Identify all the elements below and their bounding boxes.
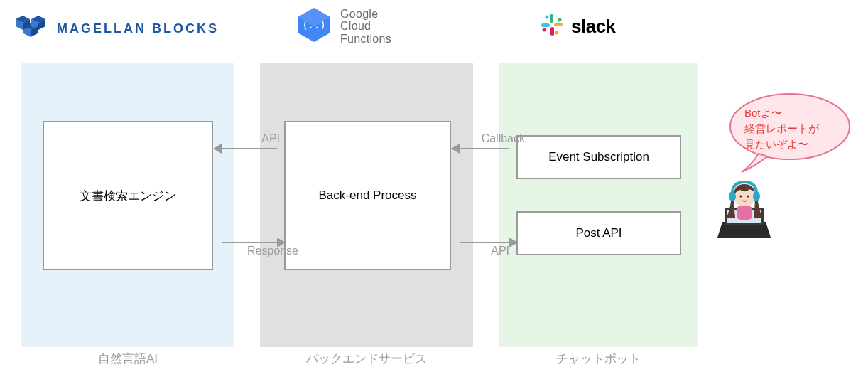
box-document-search-engine: 文書検索エンジン xyxy=(43,121,213,270)
svg-rect-28 xyxy=(737,206,752,220)
box-event-subscription: Event Subscription xyxy=(516,135,681,179)
slack-icon xyxy=(540,13,564,40)
svg-point-25 xyxy=(753,191,760,201)
gcf-icon: (..) xyxy=(295,6,333,47)
gcf-line3: Functions xyxy=(340,33,391,45)
slack-logo-text: slack xyxy=(571,16,616,38)
gcf-line1: Google xyxy=(340,8,378,20)
arrow-api-to-search: API xyxy=(222,148,277,149)
arrow-right-icon xyxy=(509,238,518,247)
speech-bubble: Botよ〜 経営レポートが 見たいぞよ〜 xyxy=(723,91,852,176)
svg-point-24 xyxy=(729,191,736,201)
arrow-api-to-post: API xyxy=(460,242,509,243)
svg-rect-14 xyxy=(550,27,554,36)
svg-point-18 xyxy=(555,31,559,35)
speech-line3: 見たいぞよ〜 xyxy=(744,138,808,150)
slack-logo: slack xyxy=(540,13,616,40)
svg-text:(..): (..) xyxy=(302,19,326,31)
user-avatar-icon xyxy=(710,181,778,245)
svg-rect-15 xyxy=(541,23,550,27)
column-nlp-label: 自然言語AI xyxy=(21,351,234,367)
svg-point-26 xyxy=(739,195,742,197)
magellan-logo-text: MAGELLAN BLOCKS xyxy=(57,21,219,36)
svg-rect-13 xyxy=(554,23,563,26)
arrow-left-icon xyxy=(451,144,460,154)
magellan-cubes-icon xyxy=(14,13,50,44)
svg-point-17 xyxy=(558,18,562,22)
svg-point-16 xyxy=(546,16,549,19)
magellan-logo: MAGELLAN BLOCKS xyxy=(14,13,219,44)
arrow-callback: Callback xyxy=(460,148,509,149)
arrow-response: Response xyxy=(222,242,277,243)
arrow-left-icon xyxy=(213,144,222,154)
gcf-logo-text: Google Cloud Functions xyxy=(340,8,391,46)
column-backend-label: バックエンドサービス xyxy=(260,351,473,367)
speech-line2: 経営レポートが xyxy=(744,122,819,134)
svg-point-19 xyxy=(543,28,546,32)
column-chatbot-label: チャットボット xyxy=(499,351,698,367)
logo-row: MAGELLAN BLOCKS (..) Google Cloud Functi… xyxy=(0,6,868,55)
box-backend-process: Back-end Process xyxy=(284,121,451,270)
arrow-api-label: API xyxy=(261,132,280,145)
arrow-api2-label: API xyxy=(491,245,509,257)
arrow-callback-label: Callback xyxy=(482,132,525,145)
speech-line1: Botよ〜 xyxy=(744,107,782,119)
speech-bubble-text: Botよ〜 経営レポートが 見たいぞよ〜 xyxy=(744,105,819,151)
svg-rect-12 xyxy=(550,14,553,23)
column-chatbot: チャットボット xyxy=(499,63,698,347)
box-post-api: Post API xyxy=(516,211,681,255)
gcf-logo: (..) Google Cloud Functions xyxy=(295,6,391,47)
gcf-line2: Cloud xyxy=(340,20,371,32)
svg-point-27 xyxy=(747,195,749,197)
arrow-response-label: Response xyxy=(247,245,298,257)
